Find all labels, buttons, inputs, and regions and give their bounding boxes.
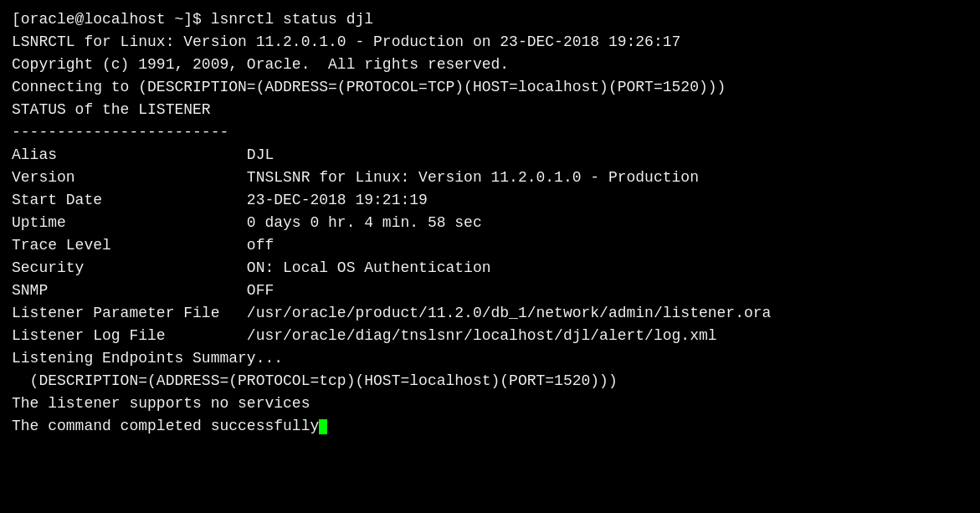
terminal-line: Listener Log File /usr/oracle/diag/tnsls…	[12, 325, 968, 347]
terminal-line: Security ON: Local OS Authentication	[12, 257, 968, 280]
terminal-cursor	[319, 419, 327, 434]
terminal-line: LSNRCTL for Linux: Version 11.2.0.1.0 - …	[12, 31, 968, 54]
terminal-line: Alias DJL	[12, 144, 968, 167]
terminal-line: Uptime 0 days 0 hr. 4 min. 58 sec	[12, 212, 968, 234]
terminal-line: The command completed successfully	[12, 415, 968, 438]
terminal-line: Listening Endpoints Summary...	[12, 347, 968, 370]
terminal-line: SNMP OFF	[12, 280, 968, 302]
terminal-line: Trace Level off	[12, 234, 968, 257]
terminal-line: Connecting to (DESCRIPTION=(ADDRESS=(PRO…	[12, 76, 968, 99]
terminal-line: Start Date 23-DEC-2018 19:21:19	[12, 189, 968, 212]
terminal-line: Version TNSLSNR for Linux: Version 11.2.…	[12, 167, 968, 189]
terminal-line: Listener Parameter File /usr/oracle/prod…	[12, 302, 968, 325]
terminal-line: STATUS of the LISTENER	[12, 99, 968, 121]
terminal-line: (DESCRIPTION=(ADDRESS=(PROTOCOL=tcp)(HOS…	[12, 370, 968, 392]
terminal-line: The listener supports no services	[12, 392, 968, 415]
terminal-line: [oracle@localhost ~]$ lsnrctl status djl	[12, 8, 968, 31]
terminal-line: Copyright (c) 1991, 2009, Oracle. All ri…	[12, 54, 968, 76]
terminal-window: [oracle@localhost ~]$ lsnrctl status djl…	[0, 0, 980, 513]
terminal-line: ------------------------	[12, 121, 968, 144]
